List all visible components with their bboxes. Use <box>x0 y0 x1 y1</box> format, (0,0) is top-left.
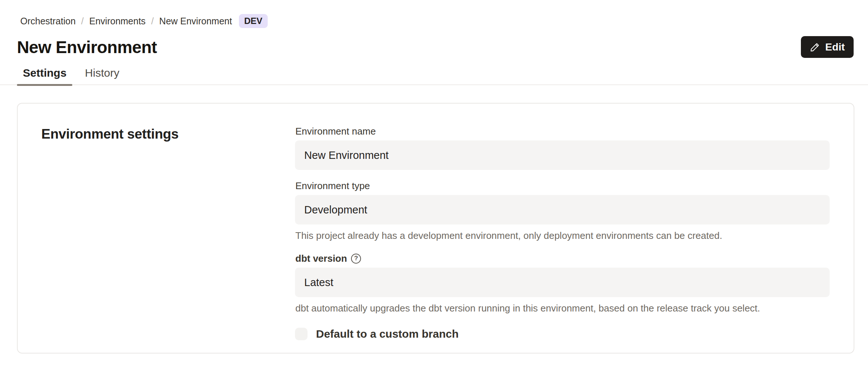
pencil-icon <box>810 42 820 52</box>
breadcrumb-separator: / <box>151 16 154 27</box>
environment-type-helper-text: This project already has a development e… <box>295 230 830 242</box>
breadcrumb-separator: / <box>81 16 84 27</box>
breadcrumb-item-orchestration[interactable]: Orchestration <box>20 16 76 27</box>
tab-settings[interactable]: Settings <box>17 64 72 84</box>
breadcrumb: Orchestration / Environments / New Envir… <box>0 0 868 28</box>
dbt-version-helper-text: dbt automatically upgrades the dbt versi… <box>295 302 830 314</box>
page-title: New Environment <box>17 37 157 57</box>
environment-settings-form: Environment name New Environment Environ… <box>295 126 830 353</box>
edit-button-label: Edit <box>825 41 845 53</box>
environment-name-label: Environment name <box>295 126 830 137</box>
tab-history[interactable]: History <box>79 64 125 84</box>
breadcrumb-item-environments[interactable]: Environments <box>89 16 146 27</box>
edit-button[interactable]: Edit <box>801 36 854 58</box>
dbt-version-label: dbt version ? <box>295 253 830 264</box>
tab-bar: Settings History <box>0 64 868 85</box>
environment-type-label: Environment type <box>295 180 830 192</box>
dev-environment-badge: DEV <box>239 14 267 28</box>
environment-settings-card: Environment settings Environment name Ne… <box>17 103 854 354</box>
custom-branch-row: Default to a custom branch <box>295 328 830 340</box>
environment-type-select[interactable]: Development <box>295 195 830 224</box>
question-mark-circle-icon[interactable]: ? <box>351 254 361 264</box>
title-row: New Environment Edit <box>17 36 854 58</box>
page: Orchestration / Environments / New Envir… <box>0 0 868 376</box>
breadcrumb-item-new-environment: New Environment <box>159 16 232 27</box>
field-environment-type: Environment type Development This projec… <box>295 180 830 242</box>
environment-name-input[interactable]: New Environment <box>295 140 830 170</box>
dbt-version-label-text: dbt version <box>295 253 347 264</box>
custom-branch-checkbox[interactable] <box>295 328 308 340</box>
card-heading: Environment settings <box>41 126 295 353</box>
dbt-version-select[interactable]: Latest <box>295 268 830 297</box>
field-environment-name: Environment name New Environment <box>295 126 830 170</box>
field-dbt-version: dbt version ? Latest dbt automatically u… <box>295 253 830 314</box>
custom-branch-checkbox-label: Default to a custom branch <box>316 328 459 340</box>
